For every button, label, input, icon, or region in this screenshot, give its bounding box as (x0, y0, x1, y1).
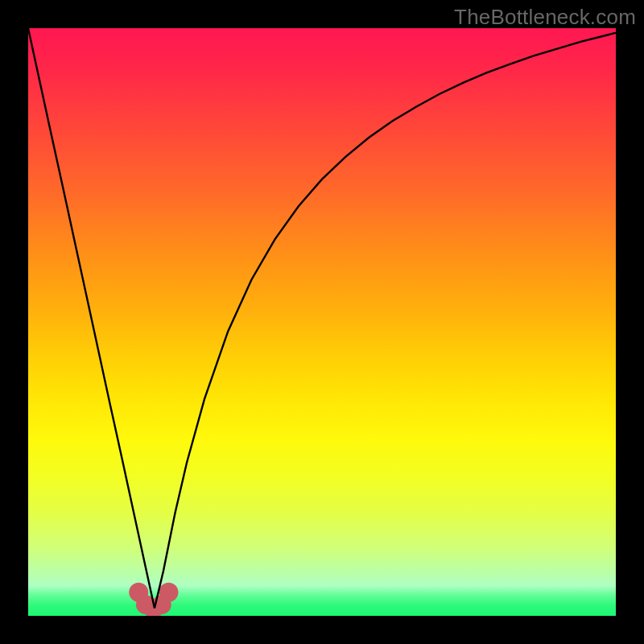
watermark-text: TheBottleneck.com (454, 5, 636, 30)
cusp-dot (159, 583, 178, 602)
chart-background (28, 28, 616, 616)
bottleneck-chart (28, 28, 616, 616)
